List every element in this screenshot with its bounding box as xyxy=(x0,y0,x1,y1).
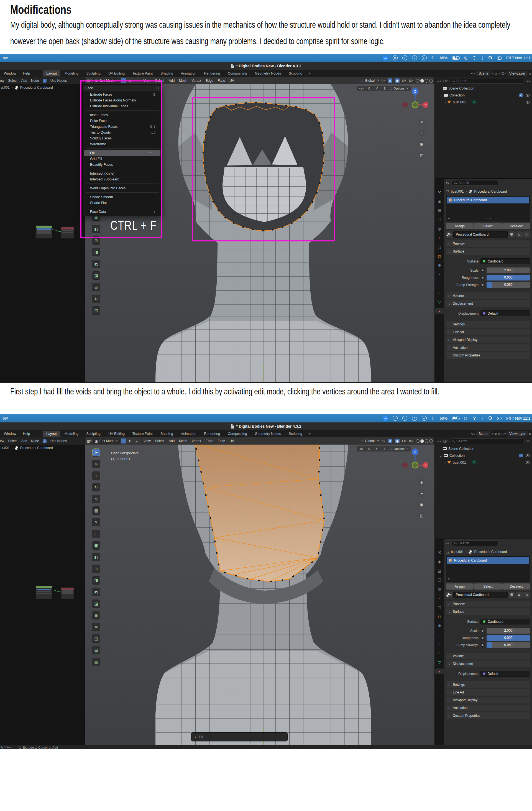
spotlight-search-icon[interactable] xyxy=(488,56,492,60)
visibility-eye-icon[interactable] xyxy=(526,454,530,457)
tool-inset-icon[interactable]: ⊞ xyxy=(92,565,100,572)
airplay-icon[interactable]: ◎ xyxy=(464,416,467,421)
menu-face[interactable]: Face xyxy=(218,79,225,82)
tool-move-icon[interactable]: + xyxy=(92,472,100,479)
decorator-dot[interactable] xyxy=(481,643,485,647)
blender-window-titlebar[interactable]: * Digital Bodies New - Blender 4.3.2 xyxy=(0,423,532,430)
proportional-editing-icon[interactable]: ◉ xyxy=(395,439,399,443)
display-mode-icon[interactable]: ≔˅ xyxy=(437,79,441,83)
mirror-y-button[interactable]: Y xyxy=(374,87,380,90)
deselect-button[interactable]: Deselect xyxy=(502,583,530,590)
shader-node-graph[interactable] xyxy=(35,225,77,242)
shader-node-graph[interactable] xyxy=(35,586,77,602)
unlink-material-icon[interactable]: ✕ xyxy=(523,592,530,598)
edge-select-button[interactable]: ◧ xyxy=(127,439,133,443)
menu-view[interactable]: ew xyxy=(0,79,4,82)
tab-uv-editing[interactable]: UV Editing xyxy=(105,71,128,76)
material-name-field[interactable]: Procedural Cardboard xyxy=(453,231,507,238)
menu-window[interactable]: Window xyxy=(1,72,19,75)
menu-help[interactable]: Help xyxy=(19,432,33,436)
navigation-gizmo[interactable]: Z X xyxy=(402,88,428,114)
bluetooth-icon[interactable]: ᛒ xyxy=(481,416,484,421)
ortho-toggle-icon[interactable]: ◫ xyxy=(418,512,425,519)
menu-mesh[interactable]: Mesh xyxy=(179,439,187,443)
displacement-field[interactable]: Default xyxy=(481,310,530,316)
tab-modifiers-icon[interactable]: ⚙ xyxy=(436,623,442,628)
control-center-icon[interactable] xyxy=(497,417,502,420)
material-browse-icon[interactable]: ˅ xyxy=(446,231,453,238)
shader-node-bsdf[interactable] xyxy=(35,225,52,239)
panel-line-art[interactable]: ›Line Art xyxy=(446,689,530,696)
tab-shading[interactable]: Shading xyxy=(157,431,177,437)
material-name-field[interactable]: Procedural Cardboard xyxy=(453,592,507,598)
menu-select[interactable]: Select xyxy=(8,439,17,443)
camera-view-icon[interactable]: ▣ xyxy=(418,501,425,508)
wifi-icon[interactable] xyxy=(472,56,476,60)
menu-help[interactable]: Help xyxy=(19,72,33,75)
snap-magnet-icon[interactable]: ⋔ xyxy=(388,78,392,83)
overlays-toggle-icon[interactable]: ⧉˅ xyxy=(409,79,413,82)
zoom-view-icon[interactable]: ⊕ xyxy=(418,119,425,125)
tab-compositing[interactable]: Compositing xyxy=(224,431,250,437)
shazam-icon[interactable]: S xyxy=(412,56,417,60)
visibility-eye-icon[interactable] xyxy=(526,461,530,464)
menu-uv[interactable]: UV xyxy=(230,439,234,443)
tool-select-box-icon[interactable]: ➤ xyxy=(92,448,100,456)
properties-filter-icon[interactable]: ≡˅ xyxy=(446,541,450,545)
play-icon[interactable]: ▸ xyxy=(422,416,427,421)
tab-render-icon[interactable]: ◉ xyxy=(436,198,442,204)
surface-shader-field[interactable]: Cardboard xyxy=(481,619,530,625)
snap-magnet-icon[interactable]: ⋔ xyxy=(388,439,392,443)
scale-slider[interactable]: 2.000 xyxy=(487,267,530,273)
tab-world-icon[interactable]: ◐ xyxy=(436,235,442,241)
ortho-toggle-icon[interactable]: ◫ xyxy=(418,152,425,158)
panel-viewport-display[interactable]: ›Viewport Display xyxy=(446,336,530,343)
tool-annotate-icon[interactable]: ✎ xyxy=(92,518,100,526)
scale-slider[interactable]: 2.000 xyxy=(487,628,530,633)
orientation-selector[interactable]: Global xyxy=(365,79,375,82)
bump-strength-slider[interactable]: 0.050 xyxy=(487,642,530,648)
material-browse-icon[interactable]: ˅ xyxy=(446,592,453,598)
tab-texture-paint[interactable]: Texture Paint xyxy=(129,71,156,76)
decorator-dot[interactable] xyxy=(481,629,485,633)
outliner-row-scene-collection[interactable]: Scene Collection xyxy=(435,85,532,92)
tool-edge-slide-icon[interactable]: ▤ xyxy=(92,646,100,654)
airplay-icon[interactable]: ◎ xyxy=(464,56,467,60)
tab-constraints-icon[interactable]: ○ xyxy=(436,290,442,295)
gizmos-toggle-icon[interactable]: ⛭˅ xyxy=(402,79,407,82)
tab-layout[interactable]: Layout xyxy=(43,431,60,437)
panel-custom-properties[interactable]: ›Custom Properties xyxy=(446,712,530,719)
tab-material-icon[interactable]: ● xyxy=(435,308,443,314)
display-mode-icon[interactable]: ≔˅ xyxy=(437,440,441,443)
editor-type-icon[interactable]: ▦˅ xyxy=(87,439,92,443)
orientation-selector[interactable]: Global xyxy=(365,439,375,443)
viewport-3d[interactable]: ▦˅ ▣Edit Mode˅ ∙ ◧ ▰ View Select Add Mes… xyxy=(85,438,435,745)
mirror-x-button[interactable]: X xyxy=(366,87,372,90)
tool-poly-build-icon[interactable]: ⊟ xyxy=(92,611,100,619)
displacement-field[interactable]: Default xyxy=(481,671,530,677)
add-workspace-button[interactable]: + xyxy=(307,71,313,76)
proportional-editing-icon[interactable]: ◉ xyxy=(395,78,399,83)
menu-uv[interactable]: UV xyxy=(230,79,234,82)
roughness-slider[interactable]: 0.000 xyxy=(487,635,530,641)
panel-custom-properties[interactable]: ›Custom Properties xyxy=(446,352,530,359)
tool-loop-cut-icon[interactable]: ◩ xyxy=(92,260,100,268)
menubar-clock[interactable]: Fri 7 Nov 11:1 xyxy=(506,416,530,420)
collection-checkbox[interactable]: ✓ xyxy=(519,454,523,457)
tool-knife-icon[interactable]: ◪ xyxy=(92,272,100,279)
focus-moon-icon[interactable]: ☾ xyxy=(432,416,435,421)
tool-poly-build-icon[interactable]: ⊟ xyxy=(92,283,100,291)
zoom-app-icon[interactable]: zm xyxy=(383,56,388,61)
tab-scripting[interactable]: Scripting xyxy=(285,71,306,76)
tab-constraints-icon[interactable]: ○ xyxy=(436,650,442,656)
spotlight-search-icon[interactable] xyxy=(488,416,492,420)
panel-settings[interactable]: ›Settings xyxy=(446,321,530,327)
outliner-search-input[interactable]: Search xyxy=(450,78,525,84)
material-slot-list[interactable]: Procedural Cardboard ▸ ···· xyxy=(446,556,530,582)
fake-user-shield-icon[interactable] xyxy=(508,231,515,238)
outliner-row-bust[interactable]: › bust.001 ▽ xyxy=(435,459,532,466)
properties-search-input[interactable]: Search xyxy=(452,540,499,546)
tab-sculpting[interactable]: Sculpting xyxy=(82,431,104,437)
decorator-dot[interactable] xyxy=(481,276,485,280)
tool-rotate-icon[interactable]: ↻ xyxy=(92,484,100,491)
